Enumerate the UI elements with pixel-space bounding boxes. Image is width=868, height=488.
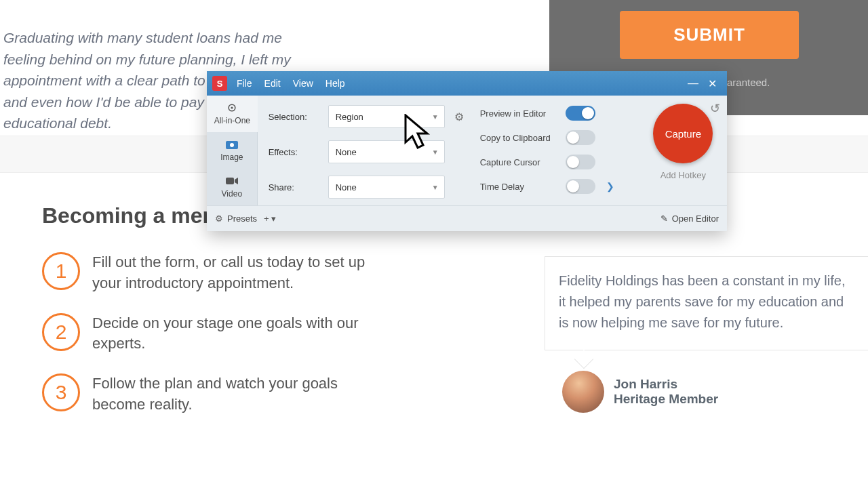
preview-in-editor-label: Preview in Editor bbox=[480, 108, 561, 119]
target-icon bbox=[225, 102, 239, 113]
time-delay-label: Time Delay bbox=[480, 182, 561, 192]
capture-button[interactable]: Capture bbox=[653, 104, 713, 163]
step-number: 1 bbox=[42, 252, 80, 290]
step-text: Fill out the form, or call us today to s… bbox=[92, 252, 381, 294]
testimonial-author: Jon Harris Heritage Member bbox=[562, 371, 718, 413]
steps-list: 1 Fill out the form, or call us today to… bbox=[42, 252, 381, 434]
speech-bubble-tail bbox=[574, 350, 593, 369]
preview-in-editor-toggle[interactable] bbox=[566, 106, 595, 121]
open-editor-button[interactable]: ✎ Open Editor bbox=[660, 214, 719, 224]
share-dropdown[interactable]: None▼ bbox=[328, 176, 445, 199]
camera-icon bbox=[225, 139, 239, 150]
testimonial-card: Fidelity Holdings has been a constant in… bbox=[545, 256, 868, 350]
menu-view[interactable]: View bbox=[293, 78, 313, 89]
author-role: Heritage Member bbox=[614, 392, 718, 407]
tab-label: All-in-One bbox=[214, 116, 250, 125]
selection-settings-gear-icon[interactable]: ⚙ bbox=[452, 110, 467, 123]
menu-help[interactable]: Help bbox=[326, 78, 345, 89]
chevron-down-icon: ▼ bbox=[432, 184, 439, 191]
time-delay-expand-icon[interactable]: ❯ bbox=[606, 181, 617, 192]
snagit-window: S File Edit View Help — ✕ All-in-One Ima… bbox=[207, 71, 727, 231]
open-editor-label: Open Editor bbox=[672, 214, 719, 224]
effects-dropdown[interactable]: None▼ bbox=[328, 140, 445, 163]
step-text: Decide on your stage one goals with our … bbox=[92, 313, 381, 355]
selection-label: Selection: bbox=[269, 112, 321, 122]
avatar bbox=[562, 371, 604, 413]
chevron-down-icon: ▼ bbox=[432, 113, 439, 121]
step-number: 3 bbox=[42, 373, 80, 411]
svg-point-3 bbox=[230, 143, 234, 147]
edit-icon: ✎ bbox=[660, 214, 668, 224]
menu-edit[interactable]: Edit bbox=[264, 78, 281, 89]
step-3: 3 Follow the plan and watch your goals b… bbox=[42, 373, 381, 415]
section-title: Becoming a mem bbox=[42, 203, 222, 228]
tab-all-in-one[interactable]: All-in-One bbox=[207, 96, 258, 132]
add-hotkey-link[interactable]: Add Hotkey bbox=[660, 170, 706, 180]
guaranteed-text-fragment: aranteed. bbox=[727, 77, 770, 88]
menu-file[interactable]: File bbox=[237, 78, 252, 89]
minimize-button[interactable]: — bbox=[684, 77, 703, 89]
effects-label: Effects: bbox=[269, 147, 321, 157]
tab-label: Image bbox=[220, 152, 243, 162]
presets-gear-icon[interactable]: ⚙ bbox=[215, 214, 223, 224]
presets-label[interactable]: Presets bbox=[227, 214, 257, 224]
copy-to-clipboard-label: Copy to Clipboard bbox=[480, 133, 561, 143]
svg-marker-5 bbox=[235, 178, 238, 184]
step-2: 2 Decide on your stage one goals with ou… bbox=[42, 313, 381, 355]
capture-mode-tabs: All-in-One Image Video bbox=[207, 96, 258, 205]
author-name: Jon Harris bbox=[614, 377, 718, 392]
tab-label: Video bbox=[222, 189, 242, 199]
snagit-app-icon: S bbox=[212, 76, 227, 91]
undo-icon[interactable]: ↺ bbox=[710, 101, 720, 116]
svg-point-1 bbox=[231, 106, 233, 108]
close-button[interactable]: ✕ bbox=[703, 77, 722, 90]
step-number: 2 bbox=[42, 313, 80, 351]
presets-add-button[interactable]: + ▾ bbox=[264, 214, 276, 224]
selection-dropdown[interactable]: Region▼ bbox=[328, 105, 445, 128]
submit-button[interactable]: SUBMIT bbox=[620, 11, 799, 59]
chevron-down-icon: ▼ bbox=[432, 148, 439, 156]
titlebar[interactable]: S File Edit View Help — ✕ bbox=[207, 71, 727, 96]
step-text: Follow the plan and watch your goals bec… bbox=[92, 373, 381, 415]
tab-image[interactable]: Image bbox=[207, 132, 258, 169]
svg-rect-4 bbox=[226, 178, 234, 184]
step-1: 1 Fill out the form, or call us today to… bbox=[42, 252, 381, 294]
capture-cursor-toggle[interactable] bbox=[566, 155, 595, 169]
time-delay-toggle[interactable] bbox=[566, 179, 595, 194]
video-icon bbox=[225, 176, 239, 186]
testimonial-quote: Fidelity Holdings has been a constant in… bbox=[559, 270, 854, 333]
tab-video[interactable]: Video bbox=[207, 169, 258, 205]
share-label: Share: bbox=[269, 182, 321, 192]
copy-to-clipboard-toggle[interactable] bbox=[566, 130, 595, 145]
capture-cursor-label: Capture Cursor bbox=[480, 157, 561, 167]
